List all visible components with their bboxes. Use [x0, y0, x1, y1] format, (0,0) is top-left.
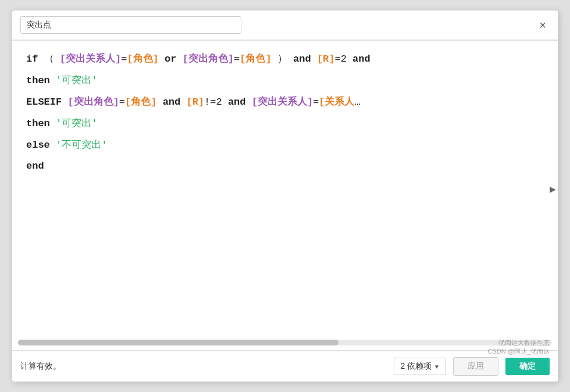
- eq1: =: [121, 54, 127, 65]
- code-area: if （ [突出关系人]=[角色] or [突出角色]=[角色] ） and […: [12, 41, 558, 337]
- val-角色-1: [角色]: [127, 54, 158, 65]
- str-可突出-1: '可突出': [56, 75, 97, 86]
- val-角色-3: [角色]: [125, 97, 156, 108]
- lp: （: [44, 54, 54, 65]
- confirm-button[interactable]: 确定: [505, 358, 550, 375]
- code-line-else: else '不可突出': [26, 137, 544, 154]
- kw-and1: and: [293, 54, 311, 65]
- scroll-right-icon[interactable]: ▶: [548, 183, 557, 195]
- eq3: =2: [334, 54, 346, 65]
- kw-elseif: ELSEIF: [26, 97, 62, 108]
- var-R-1: [R]: [317, 54, 335, 65]
- var-突出关系人: [突出关系人]: [60, 54, 121, 65]
- close-button[interactable]: ×: [536, 18, 550, 32]
- elseif-eq2: =: [313, 97, 319, 108]
- kw-end: end: [26, 161, 44, 172]
- kw-else: else: [26, 140, 50, 151]
- str-可突出-2: '可突出': [56, 118, 97, 129]
- code-line-elseif: ELSEIF [突出角色]=[角色] and [R]!=2 and [突出关系人…: [26, 94, 544, 111]
- neq: !=2: [204, 97, 222, 108]
- code-line-then1: then '可突出': [26, 73, 544, 90]
- dialog-footer: 计算有效。 2 依赖项 ▼ 应用 确定: [12, 351, 558, 382]
- elseif-eq1: =: [119, 97, 125, 108]
- apply-button[interactable]: 应用: [453, 357, 498, 376]
- code-line-if: if （ [突出关系人]=[角色] or [突出角色]=[角色] ） and […: [26, 51, 544, 68]
- var-R-2: [R]: [186, 97, 204, 108]
- kw-or: or: [165, 54, 176, 65]
- val-关系人: [关系人: [319, 97, 354, 108]
- deps-dropdown[interactable]: 2 依赖项 ▼: [394, 358, 446, 375]
- kw-and2: and: [352, 54, 370, 65]
- search-input[interactable]: [20, 16, 241, 34]
- kw-then2: then: [26, 118, 50, 129]
- deps-arrow-icon: ▼: [434, 364, 440, 370]
- var-突出角色-2: [突出角色]: [67, 97, 119, 108]
- kw-elseif-and1: and: [163, 97, 181, 108]
- var-突出关系人-2: [突出关系人]: [252, 97, 313, 108]
- code-line-then2: then '可突出': [26, 116, 544, 133]
- scrollbar-track[interactable]: [18, 340, 552, 345]
- kw-if: if: [26, 54, 38, 65]
- code-line-end: end: [26, 158, 544, 175]
- eq2: =: [234, 54, 240, 65]
- rp: ）: [277, 54, 287, 65]
- str-不可突出: '不可突出': [56, 140, 107, 151]
- status-text: 计算有效。: [20, 361, 387, 372]
- dialog: × if （ [突出关系人]=[角色] or [突出角色]=[角色] ） and…: [12, 10, 558, 382]
- val-角色-2: [角色]: [240, 54, 271, 65]
- scroll-indicator: ▶: [547, 183, 558, 195]
- deps-label: 2 依赖项: [400, 361, 432, 372]
- dialog-header: ×: [12, 10, 558, 40]
- var-突出角色-1: [突出角色]: [183, 54, 234, 65]
- kw-then1: then: [26, 75, 50, 86]
- scrollbar-area: [12, 337, 558, 350]
- scrollbar-thumb[interactable]: [18, 340, 339, 345]
- kw-elseif-and2: and: [228, 97, 246, 108]
